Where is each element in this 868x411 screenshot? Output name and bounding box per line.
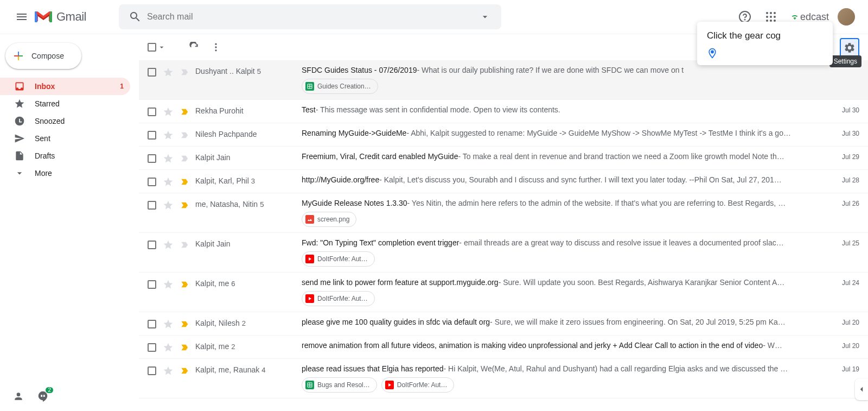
- svg-point-8: [770, 16, 772, 18]
- subject-line: please give me 100 quality guides in sfd…: [302, 318, 827, 326]
- sidebar: Compose Inbox 1 Starred Snoozed Sent: [0, 34, 139, 411]
- subject-line: remove animation from all future videos,…: [302, 341, 827, 350]
- caret-down-icon: [480, 11, 490, 22]
- svg-point-4: [766, 12, 768, 14]
- star-icon[interactable]: [163, 106, 174, 117]
- important-icon[interactable]: [180, 319, 190, 329]
- email-row[interactable]: Kalpit JainFreemium, Viral, Credit card …: [139, 147, 868, 170]
- star-icon[interactable]: [163, 319, 174, 330]
- attachment-chip[interactable]: Bugs and Resol…: [302, 377, 377, 393]
- row-checkbox[interactable]: [148, 366, 156, 375]
- hangouts-button[interactable]: 2: [37, 390, 49, 402]
- search-button[interactable]: [123, 5, 147, 29]
- email-row[interactable]: Kalpit, Nilesh2please give me 100 qualit…: [139, 312, 868, 336]
- important-icon[interactable]: [180, 240, 190, 250]
- email-row[interactable]: Kalpit JainFwd: "On Typing Text" complet…: [139, 233, 868, 273]
- nav-snoozed[interactable]: Snoozed: [0, 112, 130, 130]
- row-checkbox[interactable]: [148, 280, 156, 289]
- email-row[interactable]: Kalpit, Karl, Phil3http://MyGuide.org/fr…: [139, 170, 868, 193]
- email-row[interactable]: Nilesh PachpandeRenaming MyGuide->GuideM…: [139, 123, 868, 147]
- star-icon[interactable]: [163, 130, 174, 141]
- nav-sent[interactable]: Sent: [0, 130, 130, 147]
- important-icon[interactable]: [180, 130, 190, 140]
- star-icon[interactable]: [163, 153, 174, 164]
- attachment-chip[interactable]: DoItForMe: Aut…: [302, 251, 375, 267]
- important-icon[interactable]: [180, 200, 190, 210]
- row-checkbox[interactable]: [148, 201, 156, 210]
- nav-label: Inbox: [35, 82, 120, 91]
- logo[interactable]: Gmail: [35, 10, 86, 24]
- row-checkbox[interactable]: [148, 241, 156, 249]
- pin-icon: [707, 48, 718, 59]
- search-input[interactable]: [147, 12, 473, 22]
- star-icon: [14, 98, 25, 109]
- attachment-label: screen.png: [317, 216, 349, 223]
- sender: Kalpit, Karl, Phil3: [195, 175, 302, 185]
- attachment-chip[interactable]: DoItForMe: Aut…: [302, 291, 375, 306]
- refresh-button[interactable]: [183, 36, 205, 58]
- subject-line: send me link to power form feature at su…: [302, 278, 827, 287]
- email-row[interactable]: me, Natasha, Nitin5MyGuide Release Notes…: [139, 193, 868, 233]
- important-icon[interactable]: [180, 366, 190, 376]
- sender: Rekha Purohit: [195, 105, 302, 115]
- row-checkbox[interactable]: [148, 178, 156, 186]
- row-checkbox[interactable]: [148, 131, 156, 140]
- attachment-chip[interactable]: Guides Creation…: [302, 79, 378, 94]
- star-icon[interactable]: [163, 342, 174, 353]
- brand-text: edcast: [800, 11, 829, 23]
- star-icon[interactable]: [163, 279, 174, 290]
- sender: Kalpit, me6: [195, 278, 302, 288]
- content: Dushyant .. Kalpit5SFDC Guides Status - …: [139, 34, 868, 411]
- email-date: Jul 30: [842, 130, 859, 137]
- svg-point-9: [774, 16, 776, 18]
- sidebar-footer: 2: [0, 386, 139, 411]
- row-checkbox[interactable]: [148, 320, 156, 328]
- nav-more[interactable]: More: [0, 165, 130, 182]
- settings-button[interactable]: [840, 38, 859, 58]
- row-checkbox[interactable]: [148, 154, 156, 163]
- row-checkbox[interactable]: [148, 108, 156, 116]
- important-icon[interactable]: [180, 280, 190, 289]
- attachment-label: DoItForMe: Aut…: [397, 381, 448, 389]
- person-icon[interactable]: [13, 391, 24, 402]
- nav-label: Snoozed: [35, 117, 124, 125]
- important-icon[interactable]: [180, 107, 190, 117]
- star-icon[interactable]: [163, 365, 174, 376]
- important-icon[interactable]: [180, 177, 190, 187]
- nav-starred[interactable]: Starred: [0, 95, 130, 112]
- star-icon[interactable]: [163, 200, 174, 211]
- email-date: Jul 29: [842, 153, 859, 161]
- gmail-icon: [35, 10, 52, 23]
- attachment-chip[interactable]: screen.png: [302, 212, 356, 227]
- important-icon[interactable]: [180, 343, 190, 352]
- attachment-chip[interactable]: DoItForMe: Aut…: [381, 377, 455, 393]
- star-icon[interactable]: [163, 239, 174, 250]
- star-icon[interactable]: [163, 176, 174, 187]
- email-row[interactable]: Dushyant .. Kalpit5SFDC Guides Status - …: [139, 60, 868, 100]
- select-all[interactable]: [148, 43, 166, 52]
- search-options-button[interactable]: [473, 5, 497, 29]
- main-menu-button[interactable]: [9, 4, 35, 30]
- important-icon[interactable]: [180, 154, 190, 163]
- sender: Dushyant .. Kalpit5: [195, 66, 302, 75]
- compose-label: Compose: [31, 52, 64, 60]
- refresh-icon: [189, 42, 200, 53]
- nav-drafts[interactable]: Drafts: [0, 147, 130, 165]
- important-icon[interactable]: [180, 67, 190, 77]
- chevron-left-icon: [857, 384, 866, 394]
- star-icon[interactable]: [163, 67, 174, 78]
- compose-button[interactable]: Compose: [5, 43, 81, 69]
- more-button[interactable]: [205, 36, 227, 58]
- email-row[interactable]: Kalpit, me6send me link to power form fe…: [139, 273, 868, 312]
- email-row[interactable]: Kalpit, me2remove animation from all fut…: [139, 336, 868, 359]
- email-list[interactable]: Dushyant .. Kalpit5SFDC Guides Status - …: [139, 60, 868, 411]
- row-checkbox[interactable]: [148, 68, 156, 77]
- more-vert-icon: [210, 42, 221, 53]
- nav-inbox[interactable]: Inbox 1: [0, 78, 130, 95]
- row-checkbox[interactable]: [148, 343, 156, 352]
- svg-point-3: [744, 20, 745, 20]
- side-panel-toggle[interactable]: [855, 378, 868, 400]
- email-row[interactable]: Kalpit, me, Raunak4please read issues th…: [139, 359, 868, 399]
- account-avatar[interactable]: [838, 8, 855, 26]
- email-row[interactable]: Rekha PurohitTest - This message was sen…: [139, 100, 868, 123]
